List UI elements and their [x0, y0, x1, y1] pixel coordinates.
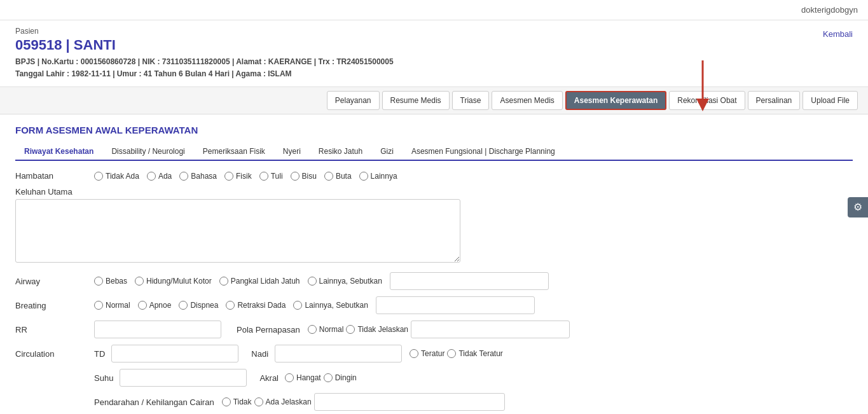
akral-dingin[interactable]: Dingin — [324, 373, 357, 382]
rr-row: RR Pola Pernapasan Normal Tidak Jelaskan — [15, 321, 853, 338]
tab-persalinan[interactable]: Persalinan — [748, 91, 801, 110]
pendarahan-label: Pendarahan / Kehilangan Cairan — [94, 397, 214, 407]
airway-hidung[interactable]: Hidung/Mulut Kotor — [135, 277, 212, 286]
hambatan-lainnya[interactable]: Lainnya — [359, 172, 397, 181]
tab-upload-file[interactable]: Upload File — [803, 91, 858, 110]
tab-asesmen-keperawatan[interactable]: Asesmen Keperawatan — [565, 91, 666, 110]
hambatan-ada[interactable]: Ada — [147, 172, 172, 181]
airway-lainnya-input[interactable] — [390, 272, 549, 290]
td-label: TD — [94, 349, 105, 359]
hambatan-bahasa[interactable]: Bahasa — [179, 172, 217, 181]
hambatan-options: Tidak Ada Ada Bahasa Fisik Tuli Bisu But… — [94, 172, 397, 181]
keluhan-utama-label: Keluhan Utama — [15, 187, 853, 197]
suhu-row: Suhu Akral Hangat Dingin — [15, 369, 853, 387]
rr-input[interactable] — [94, 321, 221, 338]
breating-row: Breating Normal Apnoe Dispnea Retraksi D… — [15, 296, 853, 314]
hambatan-label: Hambatan — [15, 171, 92, 181]
pola-normal[interactable]: Normal — [308, 325, 344, 334]
pola-pernapasan-label: Pola Pernapasan — [237, 325, 300, 335]
hambatan-row: Hambatan Tidak Ada Ada Bahasa Fisik Tuli… — [15, 171, 853, 181]
hambatan-tidak-ada[interactable]: Tidak Ada — [94, 172, 139, 181]
pendarahan-input[interactable] — [314, 393, 505, 411]
form-title: FORM ASESMEN AWAL KEPERAWATAN — [15, 125, 853, 135]
suhu-input[interactable] — [120, 369, 247, 387]
td-input[interactable] — [111, 345, 238, 362]
username-label: dokterigdobgyn — [801, 5, 858, 15]
back-button[interactable]: Kembali — [823, 29, 853, 39]
pendarahan-tidak[interactable]: Tidak — [222, 397, 252, 406]
breating-retraksi[interactable]: Retraksi Dada — [226, 301, 286, 310]
breating-apnoe[interactable]: Apnoe — [138, 301, 172, 310]
hambatan-fisik[interactable]: Fisik — [224, 172, 252, 181]
nadi-teratur[interactable]: Teratur — [410, 349, 444, 358]
patient-header: Pasien 059518 | SANTI BPJS | No.Kartu : … — [0, 20, 868, 87]
airway-lainnya[interactable]: Lainnya, Sebutkan — [308, 277, 382, 286]
tab-pelayanan[interactable]: Pelayanan — [327, 91, 380, 110]
breating-label: Breating — [15, 301, 92, 310]
patient-label: Pasien — [15, 27, 853, 36]
hambatan-buta[interactable]: Buta — [324, 172, 352, 181]
subtab-riwayat-kesehatan[interactable]: Riwayat Kesehatan — [15, 143, 102, 161]
subtab-dissability[interactable]: Dissability / Neurologi — [102, 143, 193, 161]
subtab-pemeriksaan-fisik[interactable]: Pemeriksaan Fisik — [194, 143, 274, 161]
airway-options: Bebas Hidung/Mulut Kotor Pangkal Lidah J… — [94, 272, 549, 290]
gear-button[interactable]: ⚙ — [848, 197, 868, 217]
form-section: FORM ASESMEN AWAL KEPERAWATAN Riwayat Ke… — [0, 114, 868, 414]
hambatan-tuli[interactable]: Tuli — [259, 172, 283, 181]
nav-tabs: Pelayanan Resume Medis Triase Asesmen Me… — [0, 87, 868, 114]
patient-name: 059518 | SANTI — [15, 37, 853, 53]
keluhan-utama-section: Keluhan Utama — [15, 187, 853, 265]
top-bar: dokterigdobgyn — [0, 0, 868, 20]
breating-lainnya-input[interactable] — [376, 296, 535, 314]
nadi-label: Nadi — [251, 349, 268, 359]
breating-normal[interactable]: Normal — [94, 301, 130, 310]
airway-bebas[interactable]: Bebas — [94, 277, 127, 286]
akral-hangat[interactable]: Hangat — [285, 373, 321, 382]
circulation-row: Circulation TD Nadi Teratur Tidak Teratu… — [15, 345, 853, 362]
breating-dispnea[interactable]: Dispnea — [179, 301, 218, 310]
tab-triase[interactable]: Triase — [452, 91, 490, 110]
keluhan-utama-input[interactable] — [15, 199, 460, 263]
patient-dob: Tanggal Lahir : 1982-11-11 | Umur : 41 T… — [15, 68, 853, 80]
airway-row: Airway Bebas Hidung/Mulut Kotor Pangkal … — [15, 272, 853, 290]
subtab-gizi[interactable]: Gizi — [371, 143, 403, 161]
subtab-asesmen-fungsional[interactable]: Asesmen Fungsional | Discharge Planning — [403, 143, 564, 161]
tab-resume-medis[interactable]: Resume Medis — [382, 91, 450, 110]
suhu-label: Suhu — [94, 373, 113, 383]
hambatan-bisu[interactable]: Bisu — [291, 172, 317, 181]
breating-lainnya[interactable]: Lainnya, Sebutkan — [293, 301, 368, 310]
airway-label: Airway — [15, 277, 92, 286]
circulation-label: Circulation — [15, 349, 92, 359]
nadi-input[interactable] — [275, 345, 402, 362]
pola-tidak-jelaskan[interactable]: Tidak Jelaskan — [346, 325, 408, 334]
tab-rekonsiliasi-obat[interactable]: Rekonsiliasi Obat — [669, 91, 745, 110]
akral-label: Akral — [259, 373, 279, 383]
rr-label: RR — [15, 325, 92, 335]
nadi-tidak-teratur[interactable]: Tidak Teratur — [447, 349, 502, 358]
subtab-nyeri[interactable]: Nyeri — [274, 143, 310, 161]
subtab-resiko-jatuh[interactable]: Resiko Jatuh — [310, 143, 371, 161]
tab-asesmen-medis[interactable]: Asesmen Medis — [492, 91, 562, 110]
pola-pernapasan-input[interactable] — [411, 321, 570, 338]
breating-options: Normal Apnoe Dispnea Retraksi Dada Lainn… — [94, 296, 535, 314]
patient-bpjs: BPJS | No.Kartu : 0001560860728 | NIK : … — [15, 56, 853, 68]
sub-tabs: Riwayat Kesehatan Dissability / Neurolog… — [15, 143, 853, 161]
pendarahan-ada[interactable]: Ada Jelaskan — [254, 397, 312, 406]
airway-pangkal[interactable]: Pangkal Lidah Jatuh — [219, 277, 300, 286]
pendarahan-row: Pendarahan / Kehilangan Cairan Tidak Ada… — [15, 393, 853, 411]
